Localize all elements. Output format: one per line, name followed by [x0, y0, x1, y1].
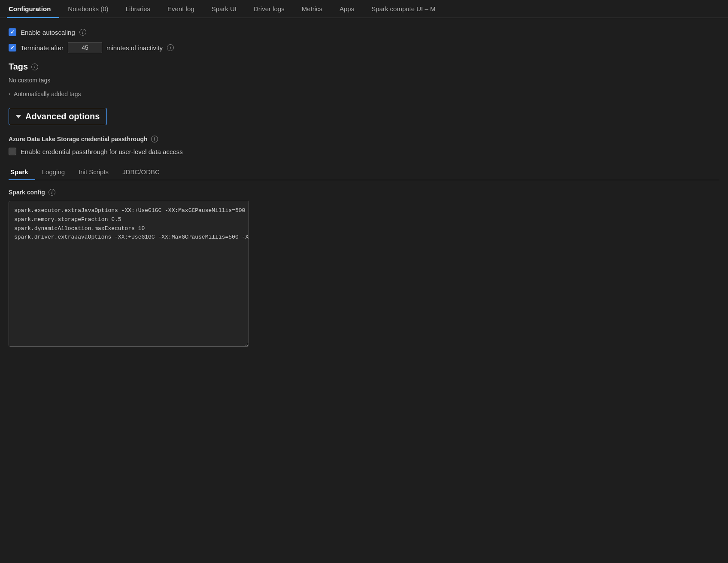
tags-section-title: Tags i: [9, 62, 719, 72]
tab-metrics[interactable]: Metrics: [293, 0, 331, 18]
tab-event-log[interactable]: Event log: [159, 0, 203, 18]
azure-info-icon: i: [151, 136, 158, 142]
advanced-options-button[interactable]: Advanced options: [9, 108, 107, 125]
autoscaling-row: Enable autoscaling i: [9, 28, 719, 36]
inactivity-label: minutes of inactivity: [106, 44, 163, 51]
tab-driver-logs[interactable]: Driver logs: [245, 0, 293, 18]
advanced-options-label: Advanced options: [25, 112, 100, 121]
tab-configuration[interactable]: Configuration: [7, 0, 59, 18]
spark-config-info-icon: i: [49, 189, 55, 196]
autoscaling-info-icon: i: [79, 29, 86, 36]
tags-label: Tags: [9, 62, 28, 72]
credential-passthrough-checkbox[interactable]: [9, 148, 16, 155]
enable-autoscaling-checkbox[interactable]: [9, 28, 16, 36]
autoscaling-label: Enable autoscaling: [21, 29, 75, 36]
auto-tags-label: Automatically added tags: [14, 91, 81, 97]
auto-tags-row[interactable]: › Automatically added tags: [9, 91, 719, 97]
tab-libraries[interactable]: Libraries: [117, 0, 159, 18]
tab-spark-ui[interactable]: Spark UI: [203, 0, 245, 18]
spark-config-textarea[interactable]: [9, 201, 249, 347]
inactivity-info-icon: i: [167, 44, 174, 51]
sub-tab-init-scripts[interactable]: Init Scripts: [72, 164, 115, 180]
tab-notebooks[interactable]: Notebooks (0): [59, 0, 117, 18]
terminate-checkbox[interactable]: [9, 44, 16, 51]
terminate-input[interactable]: [68, 42, 102, 53]
tags-info-icon: i: [31, 64, 38, 70]
terminate-row: Terminate after minutes of inactivity i: [9, 42, 719, 53]
credential-passthrough-row: Enable credential passthrough for user-l…: [9, 148, 719, 155]
azure-title: Azure Data Lake Storage credential passt…: [9, 136, 719, 142]
main-content: Enable autoscaling i Terminate after min…: [0, 18, 728, 358]
spark-config-title: Spark config i: [9, 189, 719, 196]
terminate-label: Terminate after: [21, 44, 64, 51]
triangle-down-icon: [16, 115, 21, 118]
tab-apps[interactable]: Apps: [331, 0, 363, 18]
sub-tab-spark[interactable]: Spark: [9, 164, 35, 180]
no-custom-tags-text: No custom tags: [9, 77, 719, 84]
sub-tab-logging[interactable]: Logging: [35, 164, 72, 180]
tab-spark-compute-ui[interactable]: Spark compute UI – M: [363, 0, 444, 18]
sub-tabs: Spark Logging Init Scripts JDBC/ODBC: [9, 164, 719, 180]
azure-section: Azure Data Lake Storage credential passt…: [9, 136, 719, 155]
chevron-right-icon: ›: [9, 91, 10, 97]
sub-tab-jdbc-odbc[interactable]: JDBC/ODBC: [115, 164, 167, 180]
credential-passthrough-label: Enable credential passthrough for user-l…: [21, 148, 183, 155]
nav-tabs: Configuration Notebooks (0) Libraries Ev…: [0, 0, 728, 18]
